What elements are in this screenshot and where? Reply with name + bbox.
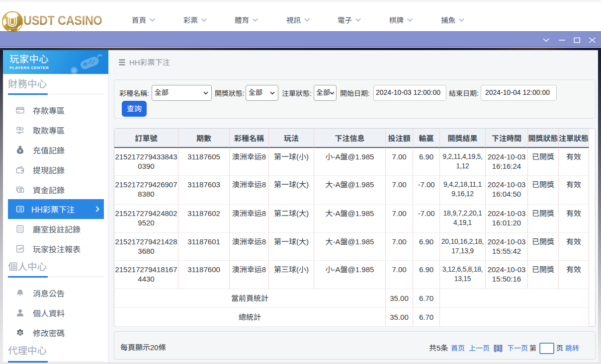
svg-text:U: U	[7, 14, 17, 29]
svg-text:CASINO: CASINO	[7, 27, 17, 30]
